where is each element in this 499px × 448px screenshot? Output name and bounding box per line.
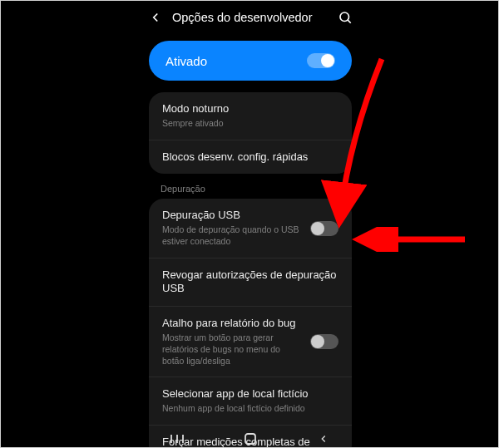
section-general: Modo noturno Sempre ativado Blocos desen… xyxy=(149,92,352,174)
row-title: Blocos desenv. config. rápidas xyxy=(162,150,338,165)
svg-line-1 xyxy=(348,20,351,23)
row-subtitle: Sempre ativado xyxy=(162,118,338,130)
recents-button[interactable] xyxy=(161,431,194,447)
page-title: Opções do desenvolvedor xyxy=(172,11,329,24)
back-icon[interactable] xyxy=(147,9,164,26)
navigation-bar xyxy=(141,424,360,448)
developer-options-master-toggle[interactable]: Ativado xyxy=(149,41,352,81)
master-toggle-label: Ativado xyxy=(166,54,207,68)
row-title: Selecionar app de local fictício xyxy=(162,387,338,401)
home-button[interactable] xyxy=(234,431,267,447)
row-title: Revogar autorizações de depuração USB xyxy=(162,268,338,297)
row-night-mode[interactable]: Modo noturno Sempre ativado xyxy=(149,92,352,140)
section-debugging: Depuração USB Modo de depuração quando o… xyxy=(149,199,352,448)
back-button[interactable] xyxy=(307,431,340,447)
bug-report-toggle[interactable] xyxy=(310,334,338,349)
row-title: Atalho para relatório do bug xyxy=(162,317,300,331)
annotation-arrow-icon xyxy=(348,227,465,252)
svg-point-0 xyxy=(340,12,349,22)
app-header: Opções do desenvolvedor xyxy=(141,1,360,36)
search-icon[interactable] xyxy=(337,9,353,26)
row-title: Modo noturno xyxy=(162,102,338,116)
section-header-debugging: Depuração xyxy=(141,184,360,199)
row-mock-location-app[interactable]: Selecionar app de local fictício Nenhum … xyxy=(149,377,352,425)
toggle-switch-icon xyxy=(307,53,335,68)
row-subtitle: Modo de depuração quando o USB estiver c… xyxy=(162,224,300,247)
svg-rect-5 xyxy=(245,434,255,444)
row-title: Depuração USB xyxy=(162,209,300,223)
row-revoke-usb-auth[interactable]: Revogar autorizações de depuração USB xyxy=(149,258,352,307)
usb-debugging-toggle[interactable] xyxy=(310,221,338,236)
row-subtitle: Nenhum app de local fictício definido xyxy=(162,403,338,415)
row-usb-debugging[interactable]: Depuração USB Modo de depuração quando o… xyxy=(149,199,352,257)
row-quick-dev-tiles[interactable]: Blocos desenv. config. rápidas xyxy=(149,140,352,175)
row-subtitle: Mostrar um botão para gerar relatórios d… xyxy=(162,332,300,367)
row-bug-report-shortcut[interactable]: Atalho para relatório do bug Mostrar um … xyxy=(149,306,352,377)
